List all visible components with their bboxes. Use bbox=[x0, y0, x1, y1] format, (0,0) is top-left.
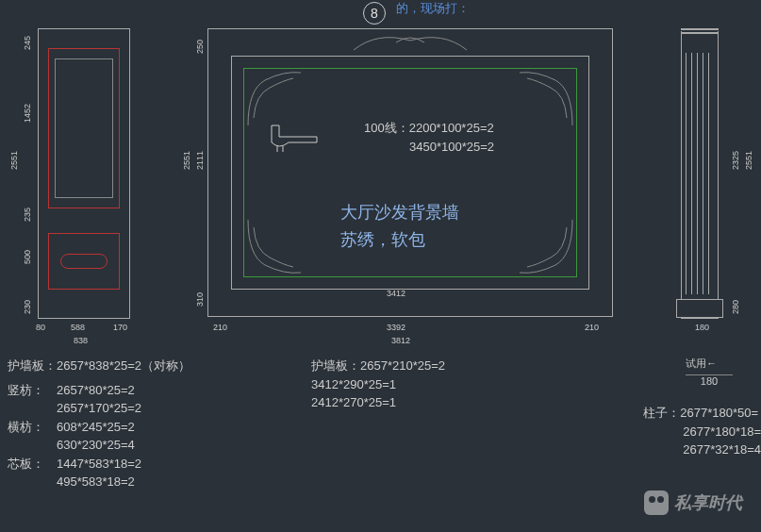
spec-list-left: 护墙板：2657*838*25=2（对称） 竖枋：2657*80*25=2 26… bbox=[8, 357, 190, 491]
xinban-b: 495*583*18=2 bbox=[57, 474, 135, 489]
spec-r-a: 2677*180*50= bbox=[680, 406, 758, 420]
huqiangban-label: 护墙板： bbox=[8, 357, 57, 375]
spec-r-c: 2677*32*18=4 bbox=[683, 442, 761, 457]
trial-val: 180 bbox=[686, 375, 733, 387]
molding-profile-icon bbox=[270, 124, 326, 152]
lower-panel-inset bbox=[48, 233, 120, 290]
line100-block: 100线：2200*100*25=2 3450*100*25=2 bbox=[364, 119, 494, 156]
hengfang-label: 横枋： bbox=[8, 418, 57, 437]
title-line-a: 大厅沙发背景墙 bbox=[340, 199, 459, 226]
dim-ch-c: 310 bbox=[195, 292, 205, 307]
dim-left-c: 235 bbox=[23, 208, 32, 222]
spec-r-b: 2677*180*18= bbox=[683, 424, 761, 439]
header-fragment: 的，现场打： bbox=[396, 0, 470, 17]
title-line-b: 苏绣，软包 bbox=[340, 226, 459, 254]
dim-left-d: 500 bbox=[23, 250, 32, 264]
huqiangban2-label: 护墙板： bbox=[311, 358, 360, 373]
shufang-b: 2657*170*25=2 bbox=[57, 401, 141, 415]
trial-note: 试用← 180 bbox=[686, 357, 733, 387]
dim-ch-b: 2111 bbox=[195, 151, 205, 170]
dim-lw-total: 838 bbox=[74, 336, 88, 345]
dim-cw-b: 3392 bbox=[387, 323, 405, 332]
dim-cw-a: 210 bbox=[213, 323, 227, 332]
dim-r-total: 2551 bbox=[744, 151, 753, 170]
dim-r-alt: 2325 bbox=[731, 151, 740, 170]
corner-ornament-icon bbox=[246, 218, 303, 274]
xinban-label: 芯板： bbox=[8, 455, 57, 474]
wechat-icon bbox=[644, 490, 669, 515]
line100-a: 2200*100*25=2 bbox=[409, 121, 494, 135]
watermark: 私享时代 bbox=[644, 490, 742, 515]
watermark-text: 私享时代 bbox=[674, 491, 742, 514]
xinban-a: 1447*583*18=2 bbox=[57, 457, 141, 471]
dim-r-cap: 280 bbox=[731, 300, 740, 314]
shufang-a: 2657*80*25=2 bbox=[57, 383, 135, 397]
line100-label: 100线： bbox=[364, 121, 409, 135]
dim-lw-c: 170 bbox=[113, 323, 127, 332]
column-base bbox=[676, 299, 723, 318]
hengfang-a: 608*245*25=2 bbox=[57, 420, 135, 434]
dim-lw-a: 80 bbox=[36, 323, 45, 332]
dim-r-w: 180 bbox=[695, 323, 709, 332]
corner-ornament-icon bbox=[518, 218, 574, 274]
frame-outer bbox=[231, 56, 589, 290]
spec-list-center: 护墙板：2657*210*25=2 3412*290*25=1 2412*270… bbox=[311, 357, 445, 412]
carving-ornament bbox=[60, 254, 108, 269]
huqiangban-val: 2657*838*25=2（对称） bbox=[57, 358, 190, 373]
panel-title: 大厅沙发背景墙 苏绣，软包 bbox=[340, 199, 459, 254]
dim-left-e: 230 bbox=[23, 300, 32, 314]
trial-label: 试用← bbox=[686, 357, 717, 369]
dim-cw-c: 210 bbox=[585, 323, 599, 332]
corner-ornament-icon bbox=[518, 71, 574, 127]
dim-cw-inner: 3412 bbox=[387, 289, 405, 298]
spec-c-a: 2657*210*25=2 bbox=[360, 358, 445, 373]
shufang-label: 竖枋： bbox=[8, 381, 57, 400]
corner-ornament-icon bbox=[246, 71, 303, 127]
dim-cw-total: 3812 bbox=[391, 336, 410, 345]
column-elevation bbox=[681, 28, 719, 319]
dim-lw-b: 588 bbox=[71, 323, 85, 332]
line100-b: 3450*100*25=2 bbox=[409, 140, 494, 154]
hengfang-b: 630*230*25=4 bbox=[57, 438, 135, 452]
dim-left-a: 245 bbox=[23, 36, 32, 50]
dim-ch-a: 250 bbox=[195, 40, 205, 54]
center-elevation-panel: 100线：2200*100*25=2 3450*100*25=2 大厅沙发背景墙… bbox=[207, 28, 613, 317]
spec-list-right: 柱子：2677*180*50= 2677*180*18= 2677*32*18=… bbox=[643, 404, 761, 459]
top-ornament bbox=[349, 29, 471, 52]
dim-left-total: 2551 bbox=[9, 151, 19, 170]
left-elevation-panel bbox=[38, 28, 130, 319]
spec-c-c: 2412*270*25=1 bbox=[311, 395, 396, 409]
spec-c-b: 3412*290*25=1 bbox=[311, 377, 396, 391]
zhuzi-label: 柱子： bbox=[643, 406, 680, 420]
drawing-number: 8 bbox=[363, 2, 386, 25]
dim-ch-total: 2551 bbox=[182, 151, 191, 170]
column-flutes bbox=[686, 53, 714, 294]
upper-panel-inset bbox=[48, 48, 120, 208]
dim-left-b: 1452 bbox=[23, 104, 32, 123]
